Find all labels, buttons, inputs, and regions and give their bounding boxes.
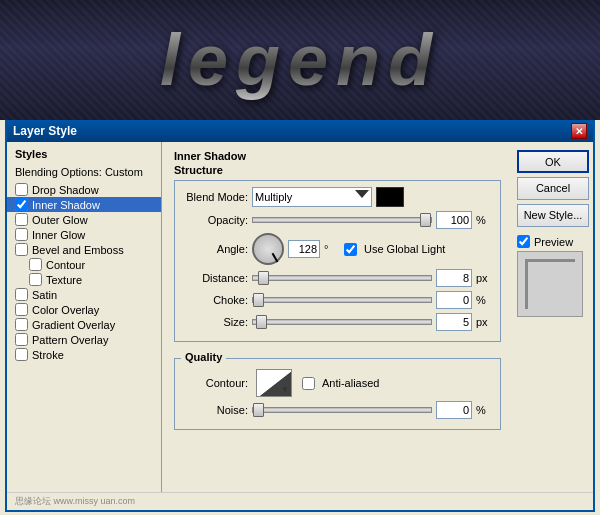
sidebar-item-stroke[interactable]: Stroke bbox=[7, 347, 161, 362]
checkbox-color-overlay[interactable] bbox=[15, 303, 28, 316]
checkbox-inner-shadow[interactable] bbox=[15, 198, 28, 211]
quality-group: Quality Contour: ▼ Anti-aliased bbox=[174, 358, 501, 430]
label-bevel-emboss: Bevel and Emboss bbox=[32, 244, 124, 256]
sidebar-item-pattern-overlay[interactable]: Pattern Overlay bbox=[7, 332, 161, 347]
noise-row: Noise: % bbox=[183, 401, 492, 419]
angle-dial[interactable] bbox=[252, 233, 284, 265]
close-button[interactable]: ✕ bbox=[571, 123, 587, 139]
checkbox-satin[interactable] bbox=[15, 288, 28, 301]
label-texture: Texture bbox=[46, 274, 82, 286]
noise-slider[interactable] bbox=[252, 407, 432, 413]
checkbox-drop-shadow[interactable] bbox=[15, 183, 28, 196]
label-color-overlay: Color Overlay bbox=[32, 304, 99, 316]
choke-slider-container bbox=[252, 297, 432, 303]
legend-banner: leGeND bbox=[0, 0, 600, 120]
noise-input[interactable] bbox=[436, 401, 472, 419]
styles-header: Styles bbox=[7, 146, 161, 164]
sidebar-item-gradient-overlay[interactable]: Gradient Overlay bbox=[7, 317, 161, 332]
checkbox-bevel-emboss[interactable] bbox=[15, 243, 28, 256]
dialog-titlebar: Layer Style ✕ bbox=[7, 120, 593, 142]
checkbox-pattern-overlay[interactable] bbox=[15, 333, 28, 346]
distance-row: Distance: px bbox=[183, 269, 492, 287]
checkbox-texture[interactable] bbox=[29, 273, 42, 286]
dialog-body: Styles Blending Options: Custom Drop Sha… bbox=[7, 142, 593, 492]
choke-input[interactable] bbox=[436, 291, 472, 309]
contour-thumbnail[interactable]: ▼ bbox=[256, 369, 292, 397]
size-unit: px bbox=[476, 316, 492, 328]
opacity-input[interactable] bbox=[436, 211, 472, 229]
label-outer-glow: Outer Glow bbox=[32, 214, 88, 226]
checkbox-stroke[interactable] bbox=[15, 348, 28, 361]
sidebar-item-outer-glow[interactable]: Outer Glow bbox=[7, 212, 161, 227]
sidebar-item-inner-glow[interactable]: Inner Glow bbox=[7, 227, 161, 242]
blend-mode-select[interactable]: Multiply Normal Screen Overlay bbox=[252, 187, 372, 207]
blend-mode-label: Blend Mode: bbox=[183, 191, 248, 203]
size-slider-container bbox=[252, 319, 432, 325]
main-content: Inner Shadow Structure Blend Mode: Multi… bbox=[162, 142, 513, 492]
label-pattern-overlay: Pattern Overlay bbox=[32, 334, 108, 346]
new-style-button[interactable]: New Style... bbox=[517, 204, 589, 227]
dialog-footer: 思缘论坛 www.missy uan.com bbox=[7, 492, 593, 510]
checkbox-gradient-overlay[interactable] bbox=[15, 318, 28, 331]
sidebar-item-bevel-emboss[interactable]: Bevel and Emboss bbox=[7, 242, 161, 257]
angle-input[interactable] bbox=[288, 240, 320, 258]
sidebar-item-drop-shadow[interactable]: Drop Shadow bbox=[7, 182, 161, 197]
opacity-slider-container bbox=[252, 217, 432, 223]
opacity-slider[interactable] bbox=[252, 217, 432, 223]
choke-unit: % bbox=[476, 294, 492, 306]
opacity-unit: % bbox=[476, 214, 492, 226]
anti-aliased-label[interactable]: Anti-aliased bbox=[302, 377, 379, 390]
sidebar-item-color-overlay[interactable]: Color Overlay bbox=[7, 302, 161, 317]
label-stroke: Stroke bbox=[32, 349, 64, 361]
label-drop-shadow: Drop Shadow bbox=[32, 184, 99, 196]
blend-mode-color-swatch[interactable] bbox=[376, 187, 404, 207]
preview-label: Preview bbox=[517, 235, 585, 248]
preview-box bbox=[517, 251, 583, 317]
label-inner-glow: Inner Glow bbox=[32, 229, 85, 241]
quality-label: Quality bbox=[181, 351, 226, 363]
choke-row: Choke: % bbox=[183, 291, 492, 309]
distance-slider[interactable] bbox=[252, 275, 432, 281]
preview-checkbox[interactable] bbox=[517, 235, 530, 248]
left-panel: Styles Blending Options: Custom Drop Sha… bbox=[7, 142, 162, 492]
sidebar-item-inner-shadow[interactable]: Inner Shadow bbox=[7, 197, 161, 212]
noise-unit: % bbox=[476, 404, 492, 416]
button-panel: OK Cancel New Style... Preview bbox=[513, 142, 593, 492]
label-satin: Satin bbox=[32, 289, 57, 301]
left-items-list: Drop ShadowInner ShadowOuter GlowInner G… bbox=[7, 182, 161, 362]
anti-aliased-checkbox[interactable] bbox=[302, 377, 315, 390]
sidebar-item-contour[interactable]: Contour bbox=[7, 257, 161, 272]
blending-options-header[interactable]: Blending Options: Custom bbox=[7, 164, 161, 182]
contour-row: Contour: ▼ Anti-aliased bbox=[183, 369, 492, 397]
choke-slider[interactable] bbox=[252, 297, 432, 303]
checkbox-inner-glow[interactable] bbox=[15, 228, 28, 241]
layer-style-dialog: Layer Style ✕ Styles Blending Options: C… bbox=[5, 120, 595, 512]
use-global-light-label[interactable]: Use Global Light bbox=[344, 243, 445, 256]
distance-label: Distance: bbox=[183, 272, 248, 284]
checkbox-contour[interactable] bbox=[29, 258, 42, 271]
preview-inner bbox=[525, 259, 575, 309]
sidebar-item-satin[interactable]: Satin bbox=[7, 287, 161, 302]
size-label: Size: bbox=[183, 316, 248, 328]
angle-label: Angle: bbox=[183, 243, 248, 255]
size-input[interactable] bbox=[436, 313, 472, 331]
checkbox-outer-glow[interactable] bbox=[15, 213, 28, 226]
contour-label: Contour: bbox=[183, 377, 248, 389]
opacity-label: Opacity: bbox=[183, 214, 248, 226]
distance-unit: px bbox=[476, 272, 492, 284]
preview-area: Preview bbox=[517, 235, 585, 317]
ok-button[interactable]: OK bbox=[517, 150, 589, 173]
sidebar-item-texture[interactable]: Texture bbox=[7, 272, 161, 287]
label-contour: Contour bbox=[46, 259, 85, 271]
opacity-row: Opacity: % bbox=[183, 211, 492, 229]
dialog-title: Layer Style bbox=[13, 124, 77, 138]
size-slider[interactable] bbox=[252, 319, 432, 325]
choke-label: Choke: bbox=[183, 294, 248, 306]
distance-input[interactable] bbox=[436, 269, 472, 287]
use-global-light-checkbox[interactable] bbox=[344, 243, 357, 256]
angle-unit: ° bbox=[324, 243, 340, 255]
label-inner-shadow: Inner Shadow bbox=[32, 199, 100, 211]
distance-slider-container bbox=[252, 275, 432, 281]
cancel-button[interactable]: Cancel bbox=[517, 177, 589, 200]
angle-row: Angle: ° Use Global Light bbox=[183, 233, 492, 265]
